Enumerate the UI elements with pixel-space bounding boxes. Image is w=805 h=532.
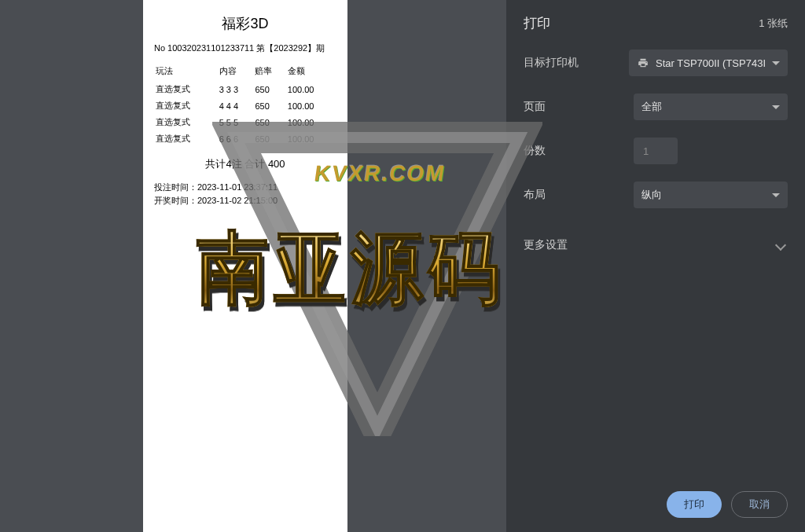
- draw-time-label: 开奖时间：: [154, 196, 197, 205]
- draw-time-value: 2023-11-02 21:15:00: [197, 196, 278, 205]
- chevron-down-icon: [775, 240, 786, 251]
- layout-value: 纵向: [641, 188, 662, 202]
- receipt-table: 玩法 内容 赔率 金额 直选复式 3 3 3 650 100.00 直选复式: [154, 64, 336, 148]
- receipt-number-line: No 100320231101233711 第【2023292】期: [154, 42, 336, 54]
- caret-down-icon: [772, 105, 780, 109]
- print-settings-panel: 打印 1 张纸 目标打印机 Star TSP700II (TSP743I: [506, 0, 805, 532]
- col-header: 玩法: [156, 65, 218, 80]
- col-header: 赔率: [255, 65, 285, 80]
- layout-label: 布局: [524, 188, 634, 202]
- col-header: 内容: [219, 65, 254, 80]
- bet-time-value: 2023-11-01 23:37:11: [197, 182, 278, 192]
- printer-icon: [637, 57, 649, 68]
- panel-title: 打印: [524, 14, 550, 32]
- table-row: 直选复式 5 5 5 650 100.00: [156, 115, 335, 130]
- print-preview-area: 福彩3D No 100320231101233711 第【2023292】期 玩…: [0, 0, 506, 532]
- layout-select[interactable]: 纵向: [634, 182, 788, 208]
- receipt-total: 共计4注 合计 400: [154, 157, 336, 171]
- copies-label: 份数: [524, 144, 634, 158]
- sheet-count: 1 张纸: [759, 17, 788, 31]
- more-settings-toggle[interactable]: 更多设置: [524, 226, 788, 265]
- receipt-title: 福彩3D: [154, 14, 336, 33]
- table-row: 直选复式 6 6 6 650 100.00: [156, 131, 335, 146]
- cancel-button[interactable]: 取消: [731, 491, 788, 518]
- caret-down-icon: [772, 193, 780, 197]
- bet-time-label: 投注时间：: [154, 182, 197, 192]
- col-header: 金额: [288, 65, 335, 80]
- printer-value: Star TSP700II (TSP743I: [656, 57, 766, 69]
- receipt-document: 福彩3D No 100320231101233711 第【2023292】期 玩…: [143, 0, 347, 532]
- printer-label: 目标打印机: [524, 56, 629, 70]
- more-settings-label: 更多设置: [524, 238, 568, 252]
- pages-label: 页面: [524, 100, 634, 114]
- table-row: 直选复式 4 4 4 650 100.00: [156, 98, 335, 113]
- table-row: 直选复式 3 3 3 650 100.00: [156, 82, 335, 97]
- print-button[interactable]: 打印: [667, 491, 722, 518]
- pages-value: 全部: [641, 100, 662, 114]
- pages-select[interactable]: 全部: [634, 94, 788, 120]
- printer-select[interactable]: Star TSP700II (TSP743I: [629, 50, 788, 76]
- caret-down-icon: [772, 61, 780, 65]
- copies-input[interactable]: [634, 138, 678, 164]
